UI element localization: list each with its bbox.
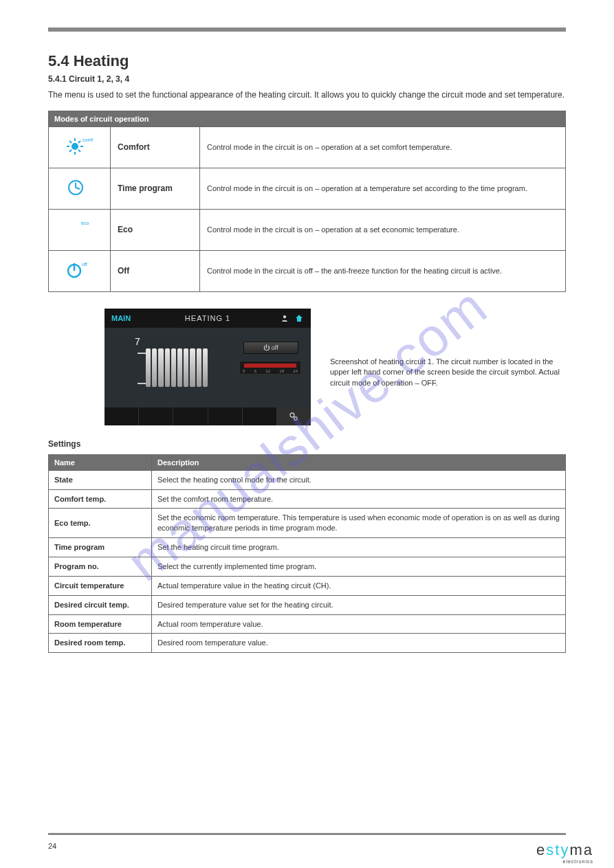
table-row: Room temperatureActual room temperature … <box>49 614 566 634</box>
tick: 24 <box>293 369 298 373</box>
screenshot-caption: Screenshot of heating circuit 1. The cir… <box>330 309 566 388</box>
setting-desc: Actual temperature value in the heating … <box>152 576 566 595</box>
screenshot-row: MAIN HEATING 1 7 ⏻ off 0 <box>48 309 566 425</box>
mode-icon-cell: eco <box>49 209 111 250</box>
brand-part: sty <box>546 841 569 858</box>
sun-icon: comf <box>65 135 95 157</box>
screenshot-bottom-bar <box>105 408 311 425</box>
mode-desc: Control mode in the circuit is on – oper… <box>200 126 566 168</box>
settings-title: Settings <box>48 439 566 449</box>
setting-desc: Desired temperature value set for the he… <box>152 595 566 614</box>
table-row: Desired circuit temp.Desired temperature… <box>49 595 566 614</box>
mode-desc: Control mode in the circuit is off – the… <box>200 250 566 291</box>
page-number: 24 <box>48 842 56 850</box>
setting-name: Circuit temperature <box>49 576 152 595</box>
mode-label: Time program <box>111 168 200 209</box>
table-row: StateSelect the heating control mode for… <box>49 470 566 489</box>
setting-desc: Set the economic room temperature. This … <box>152 509 566 538</box>
mode-button[interactable]: ⏻ off <box>243 342 298 354</box>
setting-name: Room temperature <box>49 614 152 634</box>
tick: 6 <box>254 369 256 373</box>
power-icon: off <box>65 259 95 281</box>
user-icon <box>281 314 289 322</box>
settings-button[interactable] <box>277 408 311 425</box>
mode-icon-cell: comf <box>49 126 111 168</box>
tick: 18 <box>279 369 284 373</box>
setting-desc: Select the currently implemented time pr… <box>152 557 566 577</box>
bottom-rule <box>48 833 566 835</box>
table-row: eco Eco Control mode in the circuit is o… <box>49 209 566 250</box>
brand-part: ma <box>569 841 593 858</box>
settings-header-name: Name <box>49 454 152 470</box>
screenshot-title: HEATING 1 <box>105 314 311 322</box>
mode-icon-cell <box>49 168 111 209</box>
home-icon <box>294 313 304 323</box>
footer-logo: estyma electronics <box>536 841 593 864</box>
top-rule <box>48 27 566 32</box>
mode-label: Off <box>111 250 200 291</box>
setting-desc: Set the heating circuit time program. <box>152 538 566 557</box>
mode-label: Eco <box>111 209 200 250</box>
setting-name: Comfort temp. <box>49 489 152 509</box>
svg-point-18 <box>290 413 294 417</box>
svg-line-6 <box>78 150 80 152</box>
time-program-bar[interactable]: 0 6 12 18 24 <box>239 361 301 375</box>
svg-line-5 <box>69 141 72 143</box>
device-screenshot: MAIN HEATING 1 7 ⏻ off 0 <box>105 309 311 425</box>
moon-icon: eco <box>65 218 95 240</box>
section-subheading: 5.4.1 Circuit 1, 2, 3, 4 <box>48 74 566 84</box>
setting-name: State <box>49 470 152 489</box>
brand-sub: electronics <box>536 859 593 864</box>
modes-table-header: Modes of circuit operation <box>49 111 566 126</box>
setting-desc: Desired room temperature value. <box>152 634 566 653</box>
section-heading: 5.4 Heating <box>48 52 566 70</box>
setting-desc: Set the comfort room temperature. <box>152 489 566 509</box>
radiator-pipe <box>138 353 146 354</box>
svg-text:off: off <box>82 262 87 267</box>
svg-point-17 <box>283 315 286 318</box>
screenshot-titlebar: MAIN HEATING 1 <box>105 309 311 328</box>
mode-label: Comfort <box>111 126 200 168</box>
radiator-pipe <box>138 383 146 384</box>
svg-point-19 <box>294 416 298 420</box>
setting-name: Desired room temp. <box>49 634 152 653</box>
gear-icon <box>288 411 299 422</box>
table-row: Comfort temp.Set the comfort room temper… <box>49 489 566 509</box>
table-row: Program no.Select the currently implemen… <box>49 557 566 577</box>
section-intro: The menu is used to set the functional a… <box>48 89 566 101</box>
mode-icon-cell: off <box>49 250 111 291</box>
svg-line-7 <box>69 150 72 152</box>
table-row: Time programSet the heating circuit time… <box>49 538 566 557</box>
svg-text:comf: comf <box>83 137 93 142</box>
svg-point-0 <box>72 143 78 150</box>
setting-desc: Select the heating control mode for the … <box>152 470 566 489</box>
mode-desc: Control mode in the circuit is on – oper… <box>200 209 566 250</box>
svg-line-8 <box>78 141 80 143</box>
table-row: Eco temp.Set the economic room temperatu… <box>49 509 566 538</box>
brand-part: e <box>536 841 546 858</box>
modes-table: Modes of circuit operation comf Comfort … <box>48 111 566 292</box>
tick: 12 <box>265 369 270 373</box>
mode-desc: Control mode in the circuit is on – oper… <box>200 168 566 209</box>
clock-icon <box>65 177 95 199</box>
svg-text:eco: eco <box>81 221 89 225</box>
tick: 0 <box>243 369 245 373</box>
setting-name: Program no. <box>49 557 152 577</box>
table-row: Desired room temp.Desired room temperatu… <box>49 634 566 653</box>
radiator-icon <box>146 348 208 387</box>
table-row: comf Comfort Control mode in the circuit… <box>49 126 566 168</box>
setting-name: Time program <box>49 538 152 557</box>
setting-name: Eco temp. <box>49 509 152 538</box>
setting-desc: Actual room temperature value. <box>152 614 566 634</box>
table-row: off Off Control mode in the circuit is o… <box>49 250 566 291</box>
table-row: Circuit temperatureActual temperature va… <box>49 576 566 595</box>
settings-header-desc: Description <box>152 454 566 470</box>
circuit-number: 7 <box>135 336 140 347</box>
svg-line-12 <box>76 188 80 189</box>
mode-button-label: ⏻ off <box>263 344 278 351</box>
settings-table: Name Description StateSelect the heating… <box>48 454 566 653</box>
screenshot-body: 7 ⏻ off 0 6 12 18 24 <box>105 328 311 408</box>
table-row: Time program Control mode in the circuit… <box>49 168 566 209</box>
setting-name: Desired circuit temp. <box>49 595 152 614</box>
